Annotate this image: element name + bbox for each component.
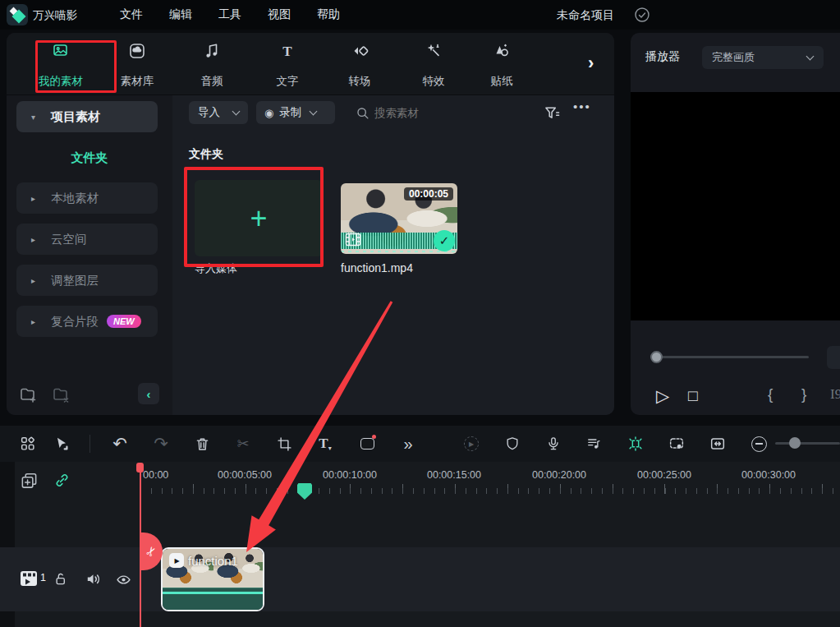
play-button[interactable]: ▷ [656, 386, 669, 406]
playback-quality-dropdown[interactable]: 完整画质 [702, 46, 824, 69]
track-visibility-icon[interactable] [115, 571, 132, 588]
seek-slider-track[interactable] [653, 356, 809, 358]
notification-dot [372, 435, 376, 439]
delete-icon[interactable] [191, 433, 213, 454]
new-badge: NEW [107, 315, 141, 328]
tab-text[interactable]: T 文字 [253, 41, 322, 89]
timeline-panel: 00:00 00:00:05:00 00:00:10:00 00:00:15:0… [0, 462, 840, 627]
annotation-box-import-card [184, 167, 324, 267]
caret-right-icon: ▸ [31, 276, 43, 285]
redo-icon[interactable]: ↷ [150, 433, 172, 454]
import-button-label: 导入 [198, 105, 220, 120]
tab-effects[interactable]: 特效 [399, 41, 468, 89]
video-track-icon [20, 570, 38, 590]
tab-label: 音频 [201, 74, 223, 89]
caret-right-icon: ▸ [31, 194, 43, 203]
mask-icon[interactable] [356, 433, 378, 454]
svg-text:T: T [282, 44, 292, 59]
video-asset-card[interactable]: 00:00:05 ✓ [341, 183, 457, 254]
ruler-label: 00:00 [143, 469, 168, 481]
record-button[interactable]: ◉ 录制 [256, 101, 335, 124]
sidebar-item-folder-selected[interactable]: 文件夹 [7, 150, 172, 166]
player-panel: 播放器 完整画质 ▷ □ { } I9 [631, 33, 840, 415]
caret-down-icon: ▾ [31, 113, 43, 122]
menu-help[interactable]: 帮助 [317, 7, 340, 22]
menu-view[interactable]: 视图 [268, 7, 291, 22]
chevron-down-icon [806, 53, 815, 61]
filter-icon[interactable] [544, 105, 561, 121]
tab-audio[interactable]: 音频 [177, 41, 246, 89]
layout-grid-icon[interactable] [17, 433, 39, 454]
record-icon: ◉ [264, 107, 273, 119]
project-saved-check-icon[interactable] [634, 7, 650, 23]
search-input[interactable] [374, 102, 481, 123]
caret-right-icon: ▸ [31, 317, 43, 326]
delete-folder-icon[interactable] [51, 385, 71, 404]
snapshot-button-partial[interactable]: I9 [830, 386, 840, 403]
crop-icon[interactable] [273, 433, 295, 454]
tab-transitions[interactable]: 转场 [325, 41, 394, 89]
shield-icon[interactable] [502, 433, 523, 454]
new-folder-icon[interactable] [18, 385, 38, 404]
split-scissors-icon[interactable]: ✂ [232, 433, 254, 454]
menu-file[interactable]: 文件 [120, 7, 143, 22]
selected-check-badge: ✓ [434, 230, 455, 251]
menu-edit[interactable]: 编辑 [169, 7, 192, 22]
sidebar-item-local-media[interactable]: ▸ 本地素材 [16, 182, 158, 214]
track-lock-icon[interactable] [52, 570, 69, 588]
sidebar-item-cloud-space[interactable]: ▸ 云空间 [16, 224, 158, 255]
ruler-minor-ticks[interactable] [140, 488, 840, 494]
track-mute-icon[interactable] [84, 569, 103, 588]
sidebar-item-label: 本地素材 [51, 191, 99, 206]
zoom-out-icon[interactable] [748, 433, 769, 454]
link-clips-icon[interactable] [53, 471, 71, 490]
preview-range-icon[interactable] [666, 433, 687, 454]
more-options-icon[interactable]: ••• [573, 99, 591, 113]
media-library-icon [127, 41, 147, 61]
add-text-icon[interactable]: T ▾ [314, 433, 336, 454]
fit-timeline-icon[interactable] [707, 433, 728, 454]
stop-button[interactable]: □ [688, 387, 697, 405]
timeline-toolbar: ↶ ↷ ✂ T ▾ » ▶ [0, 426, 840, 462]
folder-section-title: 文件夹 [189, 147, 223, 162]
clip-audio-level-line [163, 592, 263, 594]
text-tool-icon: T [278, 41, 297, 61]
tab-stickers[interactable]: 贴纸 [467, 41, 536, 89]
record-button-label: 录制 [279, 105, 301, 120]
voiceover-mic-icon[interactable] [543, 433, 564, 454]
undo-icon[interactable]: ↶ [109, 433, 131, 454]
auto-split-icon[interactable] [625, 433, 646, 454]
tab-label: 转场 [349, 74, 371, 89]
add-track-icon[interactable] [20, 471, 39, 490]
menu-tools[interactable]: 工具 [218, 7, 241, 22]
timeline-zoom-slider-handle[interactable] [789, 437, 801, 449]
toolbar-divider [90, 435, 90, 453]
playhead-handle[interactable] [136, 463, 144, 473]
mark-in-button[interactable]: { [768, 385, 773, 403]
sidebar-item-label: 云空间 [51, 232, 87, 247]
player-panel-label: 播放器 [645, 49, 680, 64]
timeline-clip-function1[interactable]: ▶ function1 [161, 547, 264, 611]
seek-slider-handle[interactable] [650, 351, 663, 363]
select-cursor-icon[interactable] [51, 433, 72, 454]
render-preview-icon[interactable]: ▶ [461, 433, 482, 454]
ruler-label: 00:00:05:00 [218, 469, 272, 481]
app-brand: 万兴喵影 [33, 8, 77, 23]
sidebar-item-label: 复合片段 [51, 314, 99, 330]
sidebar-item-label: 调整图层 [51, 273, 99, 288]
timeline-marker-pin[interactable] [297, 483, 312, 500]
sidebar-item-compound-clip[interactable]: ▸ 复合片段 NEW [16, 306, 158, 337]
import-button[interactable]: 导入 [189, 101, 248, 124]
sidebar-item-adjustment-layer[interactable]: ▸ 调整图层 [16, 265, 158, 296]
mark-out-button[interactable]: } [801, 385, 806, 403]
timeline-zoom-slider-track[interactable] [775, 442, 840, 445]
sidebar-item-project-media[interactable]: ▾ 项目素材 [16, 101, 158, 132]
audio-sync-icon[interactable] [583, 433, 604, 454]
more-tools-icon[interactable]: » [397, 433, 419, 454]
video-asset-filename: function1.mp4 [341, 261, 413, 274]
ruler-label: 00:00:10:00 [323, 469, 377, 481]
collapse-sidebar-button[interactable]: ‹ [138, 383, 159, 404]
clip-play-icon: ▶ [169, 553, 184, 568]
app-logo-icon [7, 4, 28, 25]
tab-strip-expand-chevron[interactable]: › [588, 53, 594, 74]
